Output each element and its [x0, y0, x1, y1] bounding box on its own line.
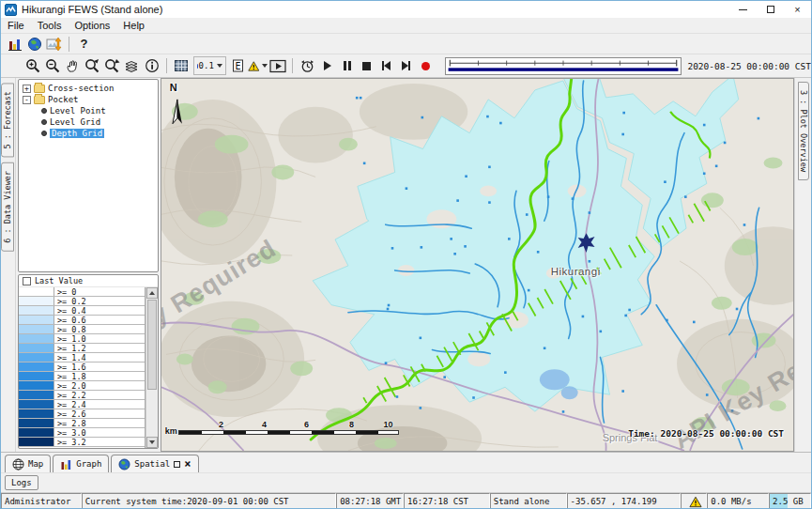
tree-item-cross-section[interactable]: + Cross-section [19, 83, 158, 94]
status-system-time: Current system time:2020-09-01 00:00 CST [82, 493, 336, 509]
data-display-button[interactable] [44, 35, 64, 54]
status-warning[interactable] [681, 493, 707, 509]
grid-display-button[interactable] [172, 56, 192, 75]
scroll-thumb[interactable] [147, 300, 157, 390]
legend-swatch [19, 362, 54, 371]
menu-file[interactable]: File [1, 20, 31, 31]
legend-panel: Last Value >= 0 >= 0.2 >= 0.4 >= 0.6 >= … [18, 274, 159, 449]
zoom-in-button[interactable] [23, 56, 43, 75]
legend-row[interactable]: >= 0 [19, 287, 145, 297]
tab-maximize-icon[interactable] [174, 461, 180, 468]
zoom-next-button[interactable] [102, 56, 122, 75]
animation-button[interactable] [268, 56, 287, 75]
tree-item-pocket[interactable]: - Pocket [19, 94, 158, 105]
next-step-button[interactable] [396, 56, 416, 75]
map-canvas[interactable]: API Key Required API Key Required N Hiku… [161, 78, 794, 452]
tree-item-level-point[interactable]: Level Point [19, 105, 158, 116]
tree-item-label: Level Grid [50, 117, 100, 127]
bottom-tab-bar: Map Graph Spatial × [1, 452, 811, 472]
pan-button[interactable] [63, 56, 83, 75]
legend-row[interactable]: >= 3.0 [19, 428, 145, 438]
tab-spatial[interactable]: Spatial × [111, 455, 198, 472]
menu-options[interactable]: Options [68, 20, 116, 31]
record-button[interactable] [416, 56, 436, 75]
legend-row[interactable]: >= 2.0 [19, 381, 145, 391]
maximize-button[interactable] [757, 1, 784, 18]
point-scale-dropdown[interactable]: 0.1 [193, 56, 226, 75]
legend-row[interactable]: >= 0.2 [19, 297, 145, 306]
scale-unit-label: km [165, 426, 177, 436]
last-value-checkbox[interactable] [23, 277, 31, 285]
town-label: Hikurangi [551, 266, 601, 277]
tree-item-level-grid[interactable]: Level Grid [19, 116, 158, 128]
menu-help[interactable]: Help [116, 20, 151, 31]
scale-bar-segments [178, 430, 399, 435]
collapse-icon[interactable]: - [23, 96, 31, 104]
bullet-icon [41, 131, 47, 136]
scroll-track[interactable] [146, 299, 158, 437]
minimize-button[interactable] [729, 1, 757, 18]
legend-row[interactable]: >= 1.6 [19, 362, 145, 372]
zoom-next-icon [104, 58, 121, 74]
info-button[interactable] [142, 56, 161, 75]
zoom-previous-button[interactable] [83, 56, 102, 75]
time-slider[interactable] [445, 57, 682, 75]
folder-open-icon [34, 96, 45, 104]
legend-row[interactable]: >= 0.4 [19, 306, 145, 316]
legend-swatch [19, 334, 54, 343]
legend-row[interactable]: >= 2.2 [19, 391, 145, 400]
legend-row[interactable]: >= 2.8 [19, 419, 145, 428]
pause-icon [344, 61, 351, 70]
scale-tick-label: 2 [219, 420, 223, 429]
time-navigator-icon [299, 58, 315, 74]
scroll-down-button[interactable] [146, 437, 158, 448]
tab-forecast[interactable]: 5 : Forecast [1, 83, 14, 157]
tab-map[interactable]: Map [5, 455, 51, 472]
bar-chart-icon [60, 458, 72, 470]
legend-row[interactable]: >= 2.4 [19, 400, 145, 409]
zoom-out-button[interactable] [43, 56, 63, 75]
legend-swatch [19, 381, 54, 390]
expand-icon[interactable]: + [23, 85, 31, 93]
time-slider-track [446, 58, 681, 72]
tab-data-viewer[interactable]: 6 : Data Viewer [1, 162, 14, 252]
legend-row[interactable]: >= 1.2 [19, 344, 145, 353]
previous-step-icon [382, 61, 391, 70]
warning-levels-dropdown[interactable] [248, 56, 268, 75]
legend-scrollbar[interactable] [146, 287, 158, 448]
help-button[interactable]: ? [74, 35, 94, 54]
stop-button[interactable] [357, 56, 376, 75]
close-button[interactable]: × [784, 1, 811, 18]
labels-toggle-button[interactable]: E [228, 56, 248, 75]
previous-step-button[interactable] [376, 56, 396, 75]
time-series-display-button[interactable] [5, 35, 24, 54]
time-navigator-button[interactable] [298, 56, 317, 75]
legend-swatch [19, 325, 54, 333]
menu-tools[interactable]: Tools [31, 20, 69, 31]
legend-row[interactable]: >= 1.8 [19, 372, 145, 381]
legend-row[interactable]: >= 0.6 [19, 316, 145, 325]
spatial-display-button[interactable] [24, 35, 44, 54]
app-icon [5, 4, 17, 16]
tab-plot-overview[interactable]: 3 : Plot Overview [798, 82, 809, 180]
tree-item-depth-grid[interactable]: Depth Grid [19, 128, 158, 139]
legend-row[interactable]: >= 2.6 [19, 409, 145, 419]
north-label: N [170, 82, 177, 93]
window-title: Hikurangi FEWS (Stand alone) [22, 4, 162, 15]
main-toolbar: ? [1, 34, 811, 54]
tree-item-label: Cross-section [48, 84, 114, 93]
layers-button[interactable] [122, 56, 142, 75]
left-panel: + Cross-section - Pocket Level Point Lev… [16, 78, 161, 452]
legend-row[interactable]: >= 1.4 [19, 353, 145, 362]
legend-row[interactable]: >= 3.2 [19, 438, 145, 447]
legend-row[interactable]: >= 1.0 [19, 334, 145, 344]
legend-row[interactable]: >= 0.8 [19, 325, 145, 334]
logs-button[interactable]: Logs [5, 475, 38, 490]
tab-graph[interactable]: Graph [53, 455, 109, 472]
scroll-up-button[interactable] [146, 287, 158, 299]
pause-button[interactable] [337, 56, 357, 75]
tab-close-icon[interactable]: × [184, 459, 191, 469]
play-button[interactable] [317, 56, 337, 75]
arrow-up-icon [149, 291, 155, 295]
globe-icon [118, 458, 130, 470]
